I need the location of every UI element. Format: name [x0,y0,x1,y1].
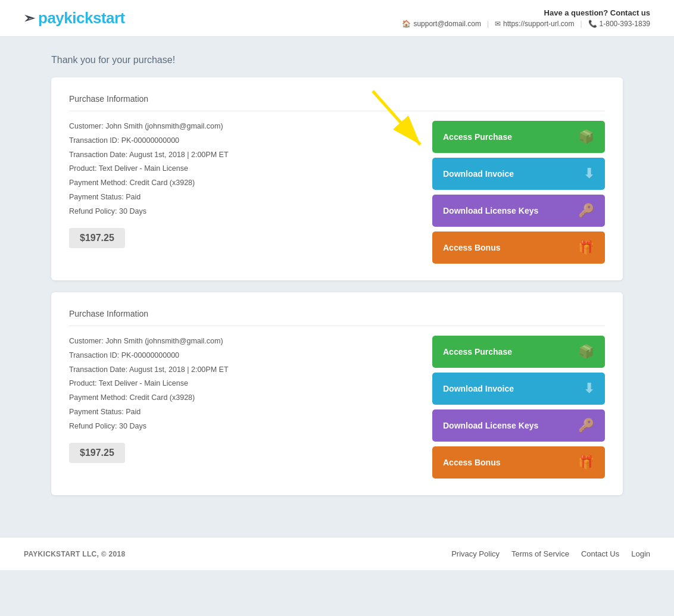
payment-method-1: Payment Method: Credit Card (x3928) [69,177,432,189]
action-buttons-1: Access Purchase 📦 Download Invoice ⬇ Dow… [432,121,605,264]
price-badge-1: $197.25 [69,228,125,248]
payment-status-1: Payment Status: Paid [69,192,432,203]
card-body-2: Customer: John Smith (johnsmith@gmail.co… [69,336,605,479]
footer-links: Privacy Policy Terms of Service Contact … [451,549,650,558]
access-purchase-label-2: Access Purchase [443,347,578,357]
logo-text: paykickstart [38,9,125,27]
footer-link-contact[interactable]: Contact Us [581,549,619,558]
footer-link-privacy[interactable]: Privacy Policy [451,549,500,558]
logo-highlight: kickstart [64,9,124,27]
download-license-icon-1: 🔑 [578,203,594,218]
page-header: ➣ paykickstart Have a question? Contact … [0,0,674,37]
transaction-date-2: Transaction Date: August 1st, 2018 | 2:0… [69,364,432,376]
thank-you-message: Thank you for your purchase! [51,55,623,65]
price-badge-2: $197.25 [69,443,125,463]
access-bonus-icon-1: 🎁 [578,240,594,255]
footer-link-login[interactable]: Login [631,549,650,558]
download-license-btn-2[interactable]: Download License Keys 🔑 [432,409,605,442]
download-license-label-2: Download License Keys [443,421,578,430]
download-invoice-label-1: Download Invoice [443,169,583,179]
payment-method-2: Payment Method: Credit Card (x3928) [69,392,432,404]
logo: ➣ paykickstart [24,9,125,27]
customer-1: Customer: John Smith (johnsmith@gmail.co… [69,121,432,132]
card-title-1: Purchase Information [69,94,605,111]
card-body-1: Customer: John Smith (johnsmith@gmail.co… [69,121,605,264]
purchase-info-1: Customer: John Smith (johnsmith@gmail.co… [69,121,432,248]
download-invoice-icon-2: ⬇ [583,381,594,396]
download-invoice-btn-1[interactable]: Download Invoice ⬇ [432,158,605,190]
access-purchase-label-1: Access Purchase [443,132,578,142]
transaction-id-2: Transaction ID: PK-00000000000 [69,350,432,361]
access-bonus-label-1: Access Bonus [443,243,578,252]
customer-2: Customer: John Smith (johnsmith@gmail.co… [69,336,432,347]
access-bonus-label-2: Access Bonus [443,458,578,467]
main-content: Thank you for your purchase! Purchase In… [39,37,635,525]
download-invoice-icon-1: ⬇ [583,166,594,182]
transaction-date-1: Transaction Date: August 1st, 2018 | 2:0… [69,149,432,161]
access-bonus-btn-2[interactable]: Access Bonus 🎁 [432,446,605,479]
access-purchase-btn-1[interactable]: Access Purchase 📦 [432,121,605,153]
product-2: Product: Text Deliver - Main License [69,378,432,389]
access-purchase-icon-2: 📦 [578,344,594,359]
email-icon: ✉ [495,20,501,28]
purchase-card-2: Purchase Information Customer: John Smit… [51,292,623,495]
footer-link-tos[interactable]: Terms of Service [511,549,569,558]
transaction-id-1: Transaction ID: PK-00000000000 [69,135,432,146]
refund-policy-2: Refund Policy: 30 Days [69,421,432,432]
logo-plain: pay [38,9,64,27]
contact-details: 🏠 support@domail.com | ✉ https://support… [402,20,650,28]
access-purchase-btn-2[interactable]: Access Purchase 📦 [432,336,605,368]
access-bonus-icon-2: 🎁 [578,455,594,470]
product-1: Product: Text Deliver - Main License [69,163,432,174]
contact-title: Have a question? Contact us [402,8,650,17]
contact-email: 🏠 support@domail.com [402,20,481,28]
download-invoice-label-2: Download Invoice [443,384,583,393]
action-buttons-2: Access Purchase 📦 Download Invoice ⬇ Dow… [432,336,605,479]
footer-copyright: PAYKICKSTART LLC, © 2018 [24,550,126,558]
download-invoice-btn-2[interactable]: Download Invoice ⬇ [432,373,605,405]
logo-icon: ➣ [24,11,35,26]
contact-info: Have a question? Contact us 🏠 support@do… [402,8,650,28]
card-title-2: Purchase Information [69,309,605,326]
purchase-card-1: Purchase Information Customer: John Smit… [51,77,623,280]
separator-2: | [580,20,582,28]
phone-icon: 📞 [588,20,597,28]
purchase-info-2: Customer: John Smith (johnsmith@gmail.co… [69,336,432,463]
access-purchase-icon-1: 📦 [578,129,594,145]
access-bonus-btn-1[interactable]: Access Bonus 🎁 [432,232,605,264]
payment-status-2: Payment Status: Paid [69,407,432,418]
download-license-btn-1[interactable]: Download License Keys 🔑 [432,195,605,227]
download-license-icon-2: 🔑 [578,418,594,433]
home-icon: 🏠 [402,20,411,28]
contact-phone: 📞 1-800-393-1839 [588,20,650,28]
page-footer: PAYKICKSTART LLC, © 2018 Privacy Policy … [0,537,674,570]
contact-url: ✉ https://support-url.com [495,20,574,28]
download-license-label-1: Download License Keys [443,206,578,215]
refund-policy-1: Refund Policy: 30 Days [69,206,432,217]
separator-1: | [487,20,489,28]
